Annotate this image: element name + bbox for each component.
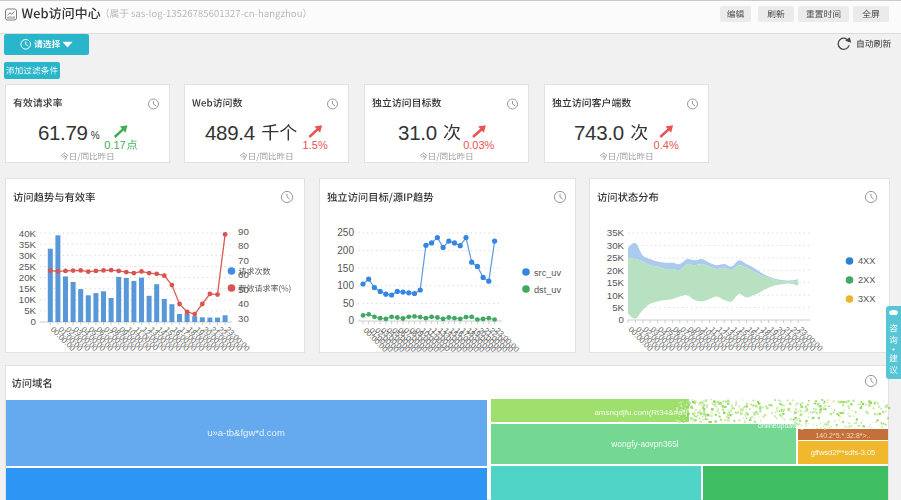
svg-text:2XX: 2XX <box>858 275 875 285</box>
svg-text:20K: 20K <box>19 272 37 283</box>
svg-text:25K: 25K <box>607 252 625 263</box>
svg-text:40K: 40K <box>19 228 37 239</box>
svg-text:0.17: 0.17 <box>104 139 125 151</box>
svg-text:743.0: 743.0 <box>574 121 624 144</box>
svg-text:90: 90 <box>238 226 249 237</box>
svg-text:489.4: 489.4 <box>205 121 255 144</box>
svg-text:0.4%: 0.4% <box>654 139 679 151</box>
svg-text:30K: 30K <box>607 240 625 251</box>
svg-text:25K: 25K <box>19 261 37 272</box>
svg-text:50: 50 <box>343 298 355 309</box>
svg-text:4XX: 4XX <box>858 256 875 266</box>
svg-text:61.79: 61.79 <box>38 121 88 144</box>
svg-text:gffwsd2f**sdfs-3.05: gffwsd2f**sdfs-3.05 <box>811 448 875 457</box>
svg-text:5K: 5K <box>612 302 624 313</box>
svg-text:1.5%: 1.5% <box>303 139 328 151</box>
svg-text:15K: 15K <box>19 283 37 294</box>
svg-text:3XX: 3XX <box>858 294 875 304</box>
svg-text:dst_uv: dst_uv <box>534 285 561 295</box>
svg-text:15K: 15K <box>607 277 625 288</box>
svg-text:20K: 20K <box>607 265 625 276</box>
svg-text:0: 0 <box>348 315 354 326</box>
svg-text:0: 0 <box>619 314 625 325</box>
svg-text:60: 60 <box>238 269 249 280</box>
svg-text:140.2*5.*.32:8*>..: 140.2*5.*.32:8*>.. <box>815 432 870 439</box>
svg-text:80: 80 <box>238 240 249 251</box>
svg-text:100: 100 <box>337 280 354 291</box>
svg-text:src_uv: src_uv <box>534 268 561 278</box>
svg-text:40: 40 <box>238 298 249 309</box>
svg-text:35K: 35K <box>19 239 37 250</box>
svg-text:0: 0 <box>31 316 37 327</box>
svg-text:30K: 30K <box>19 250 37 261</box>
svg-text:70: 70 <box>238 255 249 266</box>
svg-text:150: 150 <box>337 263 354 274</box>
svg-text:35K: 35K <box>607 227 625 238</box>
svg-text:wongfy-aovpn365l: wongfy-aovpn365l <box>610 439 679 449</box>
svg-text:10K: 10K <box>19 294 37 305</box>
svg-text:30: 30 <box>238 313 249 324</box>
svg-text:50: 50 <box>238 284 249 295</box>
svg-text:10K: 10K <box>607 290 625 301</box>
svg-text:u»a-tb&fgw*d.com: u»a-tb&fgw*d.com <box>207 427 285 438</box>
svg-text:5K: 5K <box>24 305 36 316</box>
svg-text:%: % <box>91 130 100 141</box>
svg-text:0.03%: 0.03% <box>463 139 494 151</box>
svg-text:onlineupdate.gfes4: onlineupdate.gfes4 <box>758 422 817 430</box>
svg-text:amsnqdjfu.com(Rt34&#a"|"I*: amsnqdjfu.com(Rt34&#a"|"I* <box>594 408 695 417</box>
svg-text:31.0: 31.0 <box>398 121 437 144</box>
svg-text:250: 250 <box>337 227 354 238</box>
svg-text:200: 200 <box>337 245 354 256</box>
